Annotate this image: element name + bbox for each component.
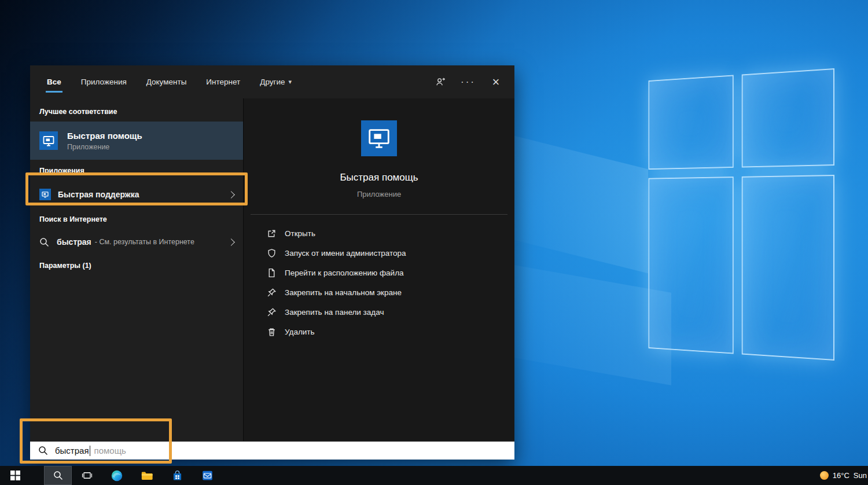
action-open-file-location[interactable]: Перейти к расположению файла	[244, 263, 514, 282]
file-location-icon	[267, 268, 277, 278]
best-match-header: Лучшее соответствие	[30, 101, 243, 122]
best-match-subtitle: Приложение	[67, 143, 142, 151]
action-pin-to-start[interactable]: Закрепить на начальном экране	[244, 282, 514, 302]
tab-web[interactable]: Интернет	[205, 67, 241, 97]
result-item-quick-support[interactable]: Быстрая поддержка	[30, 181, 243, 208]
open-icon	[267, 229, 277, 238]
text-caret	[90, 446, 90, 456]
tab-all[interactable]: Все	[46, 67, 62, 97]
settings-section-header: Параметры (1)	[30, 255, 243, 275]
tab-more[interactable]: Другие ▾	[259, 67, 293, 97]
action-label: Удалить	[285, 328, 315, 336]
best-match-title: Быстрая помощь	[67, 131, 142, 141]
preview-pane: Быстрая помощь Приложение Открыть Запуск…	[243, 98, 514, 441]
windows-start-icon	[10, 471, 20, 480]
best-match-text: Быстрая помощь Приложение	[67, 131, 142, 151]
taskbar-edge-button[interactable]	[102, 466, 132, 485]
preview-title: Быстрая помощь	[244, 172, 514, 183]
result-item-label: Быстрая поддержка	[58, 190, 139, 199]
search-results-body: Лучшее соответствие Быстрая помощь Прило…	[30, 98, 514, 441]
quick-assist-large-icon	[361, 120, 397, 156]
best-match-item[interactable]: Быстрая помощь Приложение	[30, 122, 243, 160]
web-search-suffix: - См. результаты в Интернете	[95, 238, 194, 246]
windows-logo-pane	[741, 68, 834, 168]
search-tabs-row: Все Приложения Документы Интернет Другие…	[30, 65, 514, 98]
file-explorer-icon	[141, 469, 153, 482]
task-view-icon	[82, 470, 93, 481]
action-label: Закрепить на панели задач	[285, 308, 384, 317]
search-icon	[39, 237, 49, 247]
action-label: Открыть	[285, 229, 315, 238]
desktop: Все Приложения Документы Интернет Другие…	[0, 0, 868, 485]
weather-temperature: 16°C	[833, 471, 849, 480]
windows-logo	[649, 68, 834, 361]
windows-logo-pane	[741, 175, 834, 361]
apps-section-header: Приложения	[30, 160, 243, 181]
pin-start-icon	[267, 288, 277, 297]
task-view-button[interactable]	[72, 466, 102, 485]
result-item-web-search[interactable]: быстрая - См. результаты в Интернете	[30, 229, 243, 255]
chevron-down-icon: ▾	[288, 78, 292, 86]
windows-logo-pane	[649, 177, 734, 354]
action-label: Запуск от имени администратора	[285, 249, 406, 258]
search-suggestion-text: помощь	[94, 446, 126, 455]
search-icon	[53, 471, 63, 480]
results-column: Лучшее соответствие Быстрая помощь Прило…	[30, 98, 243, 441]
tab-documents[interactable]: Документы	[145, 67, 188, 97]
windows-logo-pane	[649, 75, 734, 170]
action-uninstall[interactable]: Удалить	[244, 322, 514, 341]
close-icon[interactable]: ×	[490, 76, 502, 88]
preview-subtitle: Приложение	[244, 190, 514, 199]
action-run-as-admin[interactable]: Запуск от имени администратора	[244, 243, 514, 263]
chevron-right-icon[interactable]	[227, 238, 235, 246]
run-as-admin-icon	[267, 248, 277, 258]
taskbar-file-explorer-button[interactable]	[132, 466, 162, 485]
web-search-query: быстрая	[57, 237, 91, 247]
taskbar-store-button[interactable]	[162, 466, 192, 485]
taskbar-weather-widget[interactable]: 16°C Sun	[814, 466, 868, 485]
action-pin-to-taskbar[interactable]: Закрепить на панели задач	[244, 302, 514, 322]
weather-sun-icon	[820, 471, 829, 480]
taskbar-mail-button[interactable]	[192, 466, 222, 485]
taskbar: 16°C Sun	[0, 466, 868, 485]
preview-divider	[251, 214, 507, 215]
action-label: Перейти к расположению файла	[285, 269, 404, 277]
uninstall-icon	[267, 327, 277, 337]
taskbar-spacer	[30, 466, 44, 485]
search-icon	[38, 446, 48, 455]
microsoft-store-icon	[171, 469, 183, 482]
search-typed-text: быстрая	[55, 446, 89, 455]
taskbar-search-button[interactable]	[44, 466, 72, 485]
quick-support-icon	[39, 189, 51, 200]
action-label: Закрепить на начальном экране	[285, 288, 402, 297]
web-section-header: Поиск в Интернете	[30, 208, 243, 229]
mail-icon	[201, 469, 214, 482]
header-icons: ··· ×	[435, 76, 502, 88]
weather-condition: Sun	[854, 471, 867, 480]
tab-apps[interactable]: Приложения	[80, 67, 128, 97]
search-input[interactable]: быстрая помощь	[30, 441, 514, 460]
pin-taskbar-icon	[267, 307, 277, 317]
feedback-icon[interactable]	[435, 76, 446, 88]
more-options-icon[interactable]: ···	[462, 76, 474, 88]
action-open[interactable]: Открыть	[244, 223, 514, 243]
start-button[interactable]	[0, 466, 30, 485]
quick-assist-icon	[39, 131, 58, 150]
search-flyout: Все Приложения Документы Интернет Другие…	[30, 65, 514, 460]
edge-browser-icon	[111, 469, 123, 482]
chevron-right-icon[interactable]	[227, 191, 235, 199]
